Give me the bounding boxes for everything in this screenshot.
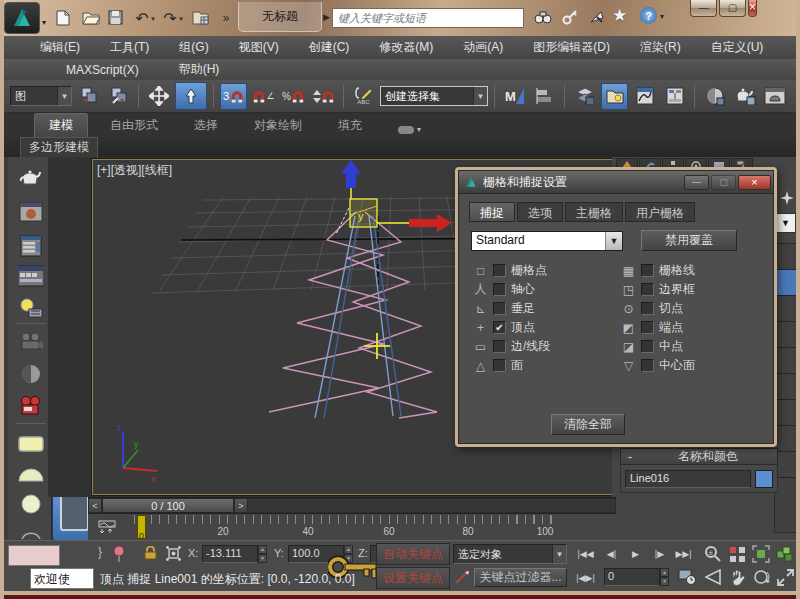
tab-user-grids[interactable]: 用户栅格	[625, 202, 695, 222]
unlink-selection-icon[interactable]	[105, 83, 132, 110]
orbit-icon[interactable]	[750, 566, 772, 588]
viewport-menu-pov[interactable]: [透视]	[111, 163, 142, 177]
new-file-icon[interactable]	[56, 10, 76, 27]
face-checkbox[interactable]	[493, 359, 506, 372]
ribbon-config-dropdown[interactable]: ▾	[384, 122, 435, 137]
light-lister-icon[interactable]	[17, 295, 45, 321]
track-bar[interactable]: 0 20 40 60 80 100	[88, 513, 616, 540]
curve-editor-icon[interactable]	[631, 83, 658, 110]
area-light-icon[interactable]	[17, 431, 45, 457]
object-type-cell[interactable]	[775, 296, 796, 322]
menu-maxscript[interactable]: MAXScript(X)	[64, 63, 141, 77]
menu-customize[interactable]: 自定义(U)	[709, 39, 766, 56]
named-selection-set-combo[interactable]: 创建选择集 ▼	[380, 86, 488, 106]
dialog-close-button[interactable]: ×	[738, 175, 771, 190]
polygon-modeling-panel-title[interactable]: 多边形建模	[20, 137, 98, 158]
save-file-icon[interactable]	[108, 10, 128, 27]
menu-create[interactable]: 创建(C)	[307, 39, 352, 56]
menu-edit[interactable]: 编辑(E)	[38, 39, 82, 56]
restore-button[interactable]: ▢	[719, 0, 746, 17]
align-icon[interactable]	[531, 83, 558, 110]
previous-frame-button[interactable]: ◀|	[600, 544, 623, 564]
layer-manager-icon[interactable]	[571, 83, 598, 110]
minimize-button[interactable]: —	[690, 0, 717, 17]
transform-gizmo[interactable]: y x	[341, 160, 461, 232]
pan-hand-icon[interactable]	[726, 566, 748, 588]
open-file-icon[interactable]	[82, 10, 102, 27]
object-type-cell[interactable]	[775, 400, 796, 426]
tab-options[interactable]: 选项	[517, 202, 563, 222]
snap-toggle-3d-button[interactable]: 3	[220, 83, 247, 110]
go-to-start-button[interactable]: |◀◀	[574, 544, 597, 564]
object-name-field[interactable]: Line016	[625, 470, 751, 488]
time-slider-track[interactable]	[248, 498, 616, 513]
time-slider-handle[interactable]: 0 / 100	[102, 498, 234, 513]
object-category-dropdown[interactable]: ▼	[775, 213, 796, 233]
midpoint-checkbox[interactable]	[641, 340, 654, 353]
tab-snaps[interactable]: 捕捉	[469, 202, 515, 222]
current-frame-marker[interactable]: 0	[137, 515, 146, 539]
material-editor-icon[interactable]	[701, 83, 728, 110]
schematic-view-icon[interactable]	[661, 83, 688, 110]
select-and-link-icon[interactable]	[75, 83, 102, 110]
edge-segment-checkbox[interactable]	[493, 340, 506, 353]
viewport-menu-general[interactable]: [+]	[97, 163, 111, 177]
menu-rendering[interactable]: 渲染(R)	[638, 39, 683, 56]
angle-snap-toggle-button[interactable]: ∠	[250, 83, 277, 110]
key-icon-titlebar[interactable]	[560, 8, 580, 26]
teapot-render-icon[interactable]	[17, 165, 45, 191]
video-post-dialog-icon[interactable]	[17, 263, 45, 289]
current-frame-field[interactable]: 0	[604, 568, 660, 586]
auto-key-button[interactable]: 自动关键点	[376, 543, 450, 565]
field-of-view-icon[interactable]	[702, 566, 724, 588]
dialog-minimize-button[interactable]: —	[684, 175, 709, 190]
help-dropdown-arrow[interactable]: ▾	[660, 12, 664, 21]
video-camera-red-icon[interactable]	[17, 393, 45, 419]
ribbon-toggle-icon[interactable]	[601, 83, 628, 110]
isolate-selection-pin-icon[interactable]	[112, 544, 126, 563]
x-axis-arrow[interactable]	[409, 219, 437, 227]
zigzag-spline-left[interactable]	[269, 212, 386, 412]
next-frame-button[interactable]: |▶	[648, 544, 671, 564]
z-axis-arrow[interactable]	[346, 174, 356, 188]
mini-curve-editor-icon[interactable]	[96, 518, 118, 536]
absolute-mode-toggle-icon[interactable]	[164, 544, 182, 562]
rendered-frame-icon[interactable]	[17, 199, 45, 225]
rendered-frame-window-icon[interactable]	[761, 83, 788, 110]
center-face-checkbox[interactable]	[641, 359, 654, 372]
maxscript-mini-listener[interactable]: 欢迎使	[30, 568, 94, 589]
collapse-icon[interactable]: -	[621, 450, 639, 464]
key-mode-toggle-button[interactable]: |◀▶|	[574, 568, 597, 588]
application-button[interactable]	[4, 2, 40, 34]
sphere-shadow-icon[interactable]	[17, 361, 45, 387]
qat-overflow-button[interactable]: »	[216, 10, 236, 27]
grid-points-checkbox[interactable]	[493, 264, 506, 277]
menu-group[interactable]: 组(G)	[177, 39, 210, 56]
rollout-header[interactable]: - 名称和颜色	[620, 448, 778, 465]
dome-light-icon[interactable]	[17, 461, 45, 487]
object-type-cell[interactable]	[775, 374, 796, 400]
ribbon-tab-freeform[interactable]: 自由形式	[96, 114, 172, 137]
selection-filter-combo[interactable]: 图 ▼	[10, 86, 72, 106]
menu-views[interactable]: 视图(V)	[237, 39, 281, 56]
frame-spinner[interactable]: ▲▼	[660, 568, 669, 586]
spinner-snap-toggle-button[interactable]	[310, 83, 337, 110]
set-project-folder-icon[interactable]	[192, 10, 212, 27]
time-slider-next-button[interactable]: >	[234, 498, 248, 513]
object-type-cell[interactable]	[775, 348, 796, 374]
ribbon-tab-populate[interactable]: 填充	[324, 114, 376, 137]
x-spinner[interactable]: ▲▼	[258, 545, 267, 563]
set-key-pen-icon[interactable]	[453, 568, 471, 586]
zoom-extents-icon[interactable]	[750, 543, 772, 565]
ribbon-tab-modeling[interactable]: 建模	[34, 113, 88, 137]
menu-modifiers[interactable]: 修改器(M)	[377, 39, 435, 56]
pivot-checkbox[interactable]	[493, 283, 506, 296]
redo-dropdown-arrow[interactable]: ▾	[176, 10, 186, 27]
set-key-button[interactable]: 设置关键点	[376, 567, 450, 589]
key-filters-button[interactable]: 关键点过滤器...	[474, 568, 567, 587]
object-type-cell[interactable]	[775, 452, 796, 478]
camera-icon[interactable]	[17, 329, 45, 355]
object-type-cell[interactable]	[775, 426, 796, 452]
clear-all-button[interactable]: 清除全部	[551, 414, 625, 435]
blue-spline-2[interactable]	[324, 216, 359, 418]
